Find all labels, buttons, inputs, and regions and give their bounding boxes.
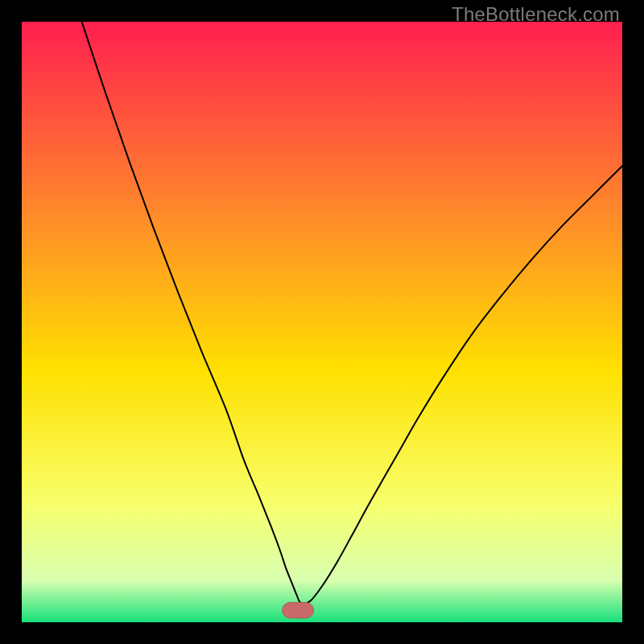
optimal-marker [283,602,314,617]
plot-area [22,22,622,622]
watermark-text: TheBottleneck.com [452,3,620,26]
chart-frame: TheBottleneck.com [0,0,644,644]
chart-svg [22,22,622,622]
